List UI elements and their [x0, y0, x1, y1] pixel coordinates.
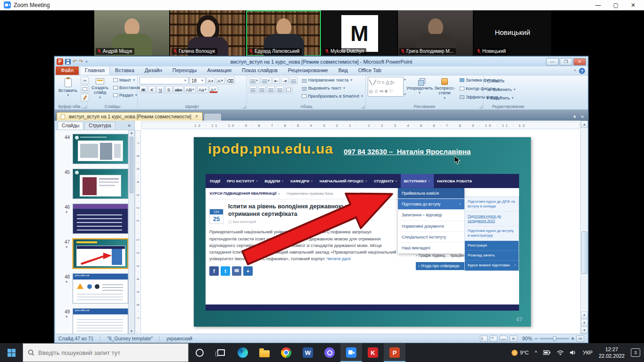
align-right-button[interactable] [267, 86, 275, 93]
font-dialog-launcher[interactable] [243, 106, 246, 108]
help-button[interactable]: ? [579, 68, 585, 74]
font-color-button[interactable]: А▼ [209, 86, 218, 93]
tray-overflow-chevron-icon[interactable]: ^ [535, 350, 537, 355]
slideshow-button[interactable] [510, 336, 517, 342]
viber-button[interactable] [319, 343, 340, 362]
minimize-button[interactable]: — [595, 2, 601, 8]
edge-button[interactable] [232, 343, 254, 362]
slide-scrollbar[interactable]: ▲ ⇞ ⇟ ▼ [580, 121, 588, 334]
fit-to-window-button[interactable] [577, 336, 584, 342]
reading-view-button[interactable] [500, 336, 507, 342]
zoom-in-button[interactable]: + [571, 336, 574, 341]
font-size-combo[interactable]: 18▼ [190, 77, 206, 84]
search-input[interactable] [38, 349, 170, 356]
tab-home[interactable]: Главная [80, 66, 110, 75]
tab-slideshow[interactable]: Показ слайдов [237, 66, 283, 75]
keyboard-language[interactable]: УКР [583, 350, 593, 355]
italic-button[interactable]: К [148, 86, 156, 93]
zoom-slider-thumb[interactable] [553, 336, 556, 341]
save-icon[interactable] [65, 59, 71, 65]
font-name-combo[interactable]: ▼ [140, 77, 189, 84]
slide-sorter-button[interactable] [490, 336, 497, 342]
slide-title-url[interactable]: ipodp.pnu.edu.ua [208, 141, 333, 157]
bullets-button[interactable]: ▼ [249, 77, 260, 84]
minimize-ribbon-button[interactable]: ^ [574, 69, 576, 74]
tab-file[interactable]: Файл [56, 66, 79, 75]
convert-smartart-button[interactable]: Преобразовать в SmartArt▼ [300, 93, 365, 99]
tab-animations[interactable]: Анимация [202, 66, 237, 75]
participant-video[interactable]: Галина Волощук [170, 10, 246, 56]
increase-indent-button[interactable]: ⇥ [281, 77, 289, 84]
quick-styles-button[interactable]: Экспресс-стили▼ [433, 77, 456, 101]
word-button[interactable]: W [297, 343, 319, 362]
document-tab-close-icon[interactable]: ✕ [195, 114, 199, 119]
participant-video[interactable]: Андрій Міщук [94, 10, 170, 56]
shrink-font-button[interactable]: А▼ [216, 77, 224, 84]
character-spacing-button[interactable]: АВ▼ [184, 86, 196, 93]
slide-47[interactable]: ipodp.pnu.edu.ua 097 84 32630 – Наталія … [194, 137, 531, 327]
decrease-indent-button[interactable]: ⇤ [272, 77, 280, 84]
participant-video[interactable]: Грига Володимир М... [398, 10, 473, 56]
slide-thumbnail-47[interactable] [73, 239, 128, 269]
previous-slide-button[interactable]: ⇞ [581, 312, 588, 319]
powerpoint-taskbar-button[interactable]: P [384, 343, 405, 362]
start-button[interactable] [0, 343, 23, 362]
align-left-button[interactable] [249, 86, 257, 93]
chrome-button[interactable] [275, 343, 297, 362]
text-direction-button[interactable]: Направление текста▼ [300, 77, 365, 83]
paragraph-dialog-launcher[interactable] [362, 106, 364, 108]
underline-button[interactable]: Ч [157, 86, 164, 93]
select-button[interactable]: Выделить▼ [486, 95, 531, 101]
ppt-restore-button[interactable]: ❐ [560, 58, 572, 66]
cortana-button[interactable] [189, 343, 210, 362]
next-slide-button[interactable]: ⇟ [581, 319, 588, 326]
slide-contact-line[interactable]: 097 84 32630 – Наталія Ярославівна [344, 148, 523, 156]
text-shadow-button[interactable]: S [165, 86, 173, 93]
taskbar-clock[interactable]: 12:27 22.02.2022 [599, 346, 625, 360]
tab-review[interactable]: Рецензирование [283, 66, 333, 75]
align-text-button[interactable]: Выровнять текст▼ [300, 85, 365, 91]
tab-list-dropdown-icon[interactable]: ▼ [573, 115, 577, 119]
zoom-taskbar-button[interactable] [340, 343, 362, 362]
justify-button[interactable] [276, 86, 284, 93]
slide-thumbnail-45[interactable] [73, 169, 128, 199]
new-document-tab-stub[interactable] [204, 114, 221, 121]
tab-view[interactable]: Вид [333, 66, 353, 75]
columns-button[interactable] [285, 86, 292, 93]
language-indicator[interactable]: украинский [166, 336, 192, 341]
participant-video[interactable]: Новицький Новицький [474, 10, 552, 56]
ppt-close-button[interactable]: ✕ [573, 58, 586, 66]
slide-thumbnail-46[interactable] [73, 204, 128, 234]
grow-font-button[interactable]: А▲ [206, 77, 215, 84]
participant-video[interactable]: Едуард Лапковський [246, 10, 322, 56]
participant-video[interactable]: M Mykola Dutchyn [322, 10, 397, 56]
numbering-button[interactable]: ▼ [261, 77, 272, 84]
ppt-minimize-button[interactable]: — [546, 58, 559, 66]
tab-design[interactable]: Дизайн [140, 66, 167, 75]
battery-icon[interactable] [543, 350, 551, 355]
find-button[interactable]: Найти [486, 78, 531, 84]
align-center-button[interactable] [258, 86, 266, 93]
slides-panel-scrollbar[interactable]: ▲ ▼ [128, 130, 134, 334]
slide-thumbnail-44[interactable] [73, 134, 128, 164]
slide-thumbnail-48[interactable]: pnu.edu.ua [73, 273, 128, 304]
weather-widget[interactable]: 9°C [512, 350, 528, 356]
scroll-up-icon[interactable]: ▲ [581, 121, 588, 128]
tab-insert[interactable]: Вставка [110, 66, 140, 75]
website-screenshot[interactable]: ПОДІЇ ПРО ІНСТИТУТ▼ ВІДДІЛИ▼ КАФЕДРИ▼ НА… [206, 174, 519, 311]
arrange-button[interactable]: Упорядочить▼ [408, 77, 431, 96]
scrollbar-thumb[interactable] [581, 231, 587, 274]
line-spacing-button[interactable] [289, 77, 297, 84]
tab-office-tab[interactable]: Office Tab [353, 66, 387, 75]
paste-button[interactable]: Вставить▼ [57, 77, 79, 101]
outline-tab[interactable]: Структура [84, 122, 115, 130]
shapes-gallery[interactable]: ╲ ╱ □ ○ △ ▷ ◇ ☆ ⇨ ≡ ♡ [368, 77, 404, 97]
bold-button[interactable]: Ж [140, 86, 147, 93]
tab-transitions[interactable]: Переходы [167, 66, 202, 75]
change-case-button[interactable]: Аа▼ [197, 86, 208, 93]
clipboard-dialog-launcher[interactable] [83, 106, 86, 108]
qat-dropdown-icon[interactable]: ▼ [85, 60, 88, 63]
network-icon[interactable] [557, 350, 564, 355]
drawing-dialog-launcher[interactable] [479, 106, 482, 108]
new-slide-button[interactable]: Создать слайд▼ [90, 77, 110, 100]
